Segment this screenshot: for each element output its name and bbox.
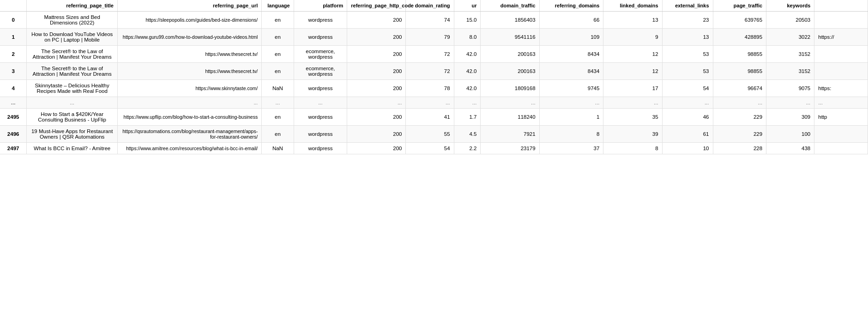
table-cell: 2 [0,46,27,63]
table-row: 249619 Must-Have Apps for Restaurant Own… [0,126,868,143]
table-cell: 1809168 [481,80,539,97]
table-cell: Mattress Sizes and Bed Dimensions (2022) [27,12,118,29]
table-cell: 9 [603,29,662,46]
table-cell: 200 [347,143,406,154]
table-cell: https://www.skinnytaste.com/ [117,80,261,97]
table-cell: ecommerce, wordpress [294,63,347,80]
table-cell: ... [117,97,261,109]
table-cell: What Is BCC in Email? - Amitree [27,143,118,154]
table-cell: 74 [406,12,454,29]
table-cell: 1 [539,109,603,126]
table-cell: 2495 [0,109,27,126]
table-cell: The Secret® to the Law of Attraction | M… [27,63,118,80]
table-cell [814,126,868,143]
table-cell: 309 [766,109,814,126]
table-cell: 639765 [713,12,766,29]
table-cell: 53 [662,63,713,80]
table-cell: 54 [662,80,713,97]
table-row: 2495How to Start a $420K/Year Consulting… [0,109,868,126]
table-row: 3The Secret® to the Law of Attraction | … [0,63,868,80]
table-header: referring_page_title referring_page_url … [0,0,868,12]
table-cell: 23179 [481,143,539,154]
table-cell: 8 [603,143,662,154]
table-cell: https://www.thesecret.tv/ [117,46,261,63]
col-header-http-code: referring_page_http_code [347,0,406,12]
table-cell: https://www.guru99.com/how-to-download-y… [117,29,261,46]
table-row: 4Skinnytaste – Delicious Healthy Recipes… [0,80,868,97]
table-cell: ... [539,97,603,109]
table-cell: 228 [713,143,766,154]
table-cell: 12 [603,63,662,80]
table-cell: 200 [347,63,406,80]
table-cell: wordpress [294,29,347,46]
table-cell: ... [814,97,868,109]
col-header-linked-domains: linked_domains [603,0,662,12]
table-cell: ... [766,97,814,109]
table-cell: NaN [262,80,294,97]
table-cell: en [262,63,294,80]
table-cell: The Secret® to the Law of Attraction | M… [27,46,118,63]
table-cell: 54 [406,143,454,154]
table-cell: 42.0 [454,63,481,80]
table-cell: 200 [347,80,406,97]
table-cell: ecommerce, wordpress [294,46,347,63]
table-cell [814,63,868,80]
table-cell: 200163 [481,46,539,63]
table-cell: 200 [347,126,406,143]
table-cell: 98855 [713,46,766,63]
table-cell: 72 [406,63,454,80]
table-cell: 98855 [713,63,766,80]
col-header-url: referring_page_url [117,0,261,12]
table-cell: 200 [347,46,406,63]
table-cell: https://sleepopolis.com/guides/bed-size-… [117,12,261,29]
table-cell: en [262,109,294,126]
table-cell: 100 [766,126,814,143]
table-cell: en [262,29,294,46]
table-cell: 428895 [713,29,766,46]
table-cell: 4 [0,80,27,97]
table-cell: 9075 [766,80,814,97]
table-cell: https:// [814,29,868,46]
table-cell: 229 [713,109,766,126]
table-cell: https://www.amitree.com/resources/blog/w… [117,143,261,154]
table-cell: wordpress [294,126,347,143]
table-cell: https://qsrautomations.com/blog/restaura… [117,126,261,143]
table-cell: 41 [406,109,454,126]
table-cell: 39 [603,126,662,143]
table-cell: 0 [0,12,27,29]
table-cell: 2.2 [454,143,481,154]
table-cell: en [262,46,294,63]
table-cell: 229 [713,126,766,143]
table-cell: ... [294,97,347,109]
table-row: 0Mattress Sizes and Bed Dimensions (2022… [0,12,868,29]
col-header-language: language [262,0,294,12]
table-row: 2The Secret® to the Law of Attraction | … [0,46,868,63]
table-cell: How to Download YouTube Videos on PC | L… [27,29,118,46]
table-cell: ... [713,97,766,109]
table-cell: 3022 [766,29,814,46]
table-cell: 9745 [539,80,603,97]
table-cell: 20503 [766,12,814,29]
table-cell: 3 [0,63,27,80]
table-cell: 1856403 [481,12,539,29]
table-cell: 53 [662,46,713,63]
table-row: 2497What Is BCC in Email? - Amitreehttps… [0,143,868,154]
table-cell: 46 [662,109,713,126]
table-cell: 200 [347,12,406,29]
table-row: 1How to Download YouTube Videos on PC | … [0,29,868,46]
table-cell: Skinnytaste – Delicious Healthy Recipes … [27,80,118,97]
col-header-platform: platform [294,0,347,12]
table-cell: 118240 [481,109,539,126]
table-cell: How to Start a $420K/Year Consulting Bus… [27,109,118,126]
table-cell: 200 [347,29,406,46]
table-cell: 10 [662,143,713,154]
table-cell: 55 [406,126,454,143]
table-cell: 7921 [481,126,539,143]
table-cell: 4.5 [454,126,481,143]
table-cell: ... [347,97,406,109]
table-cell: 8 [539,126,603,143]
table-cell: 3152 [766,46,814,63]
table-cell: 13 [603,12,662,29]
table-cell: 15.0 [454,12,481,29]
table-cell: 2497 [0,143,27,154]
